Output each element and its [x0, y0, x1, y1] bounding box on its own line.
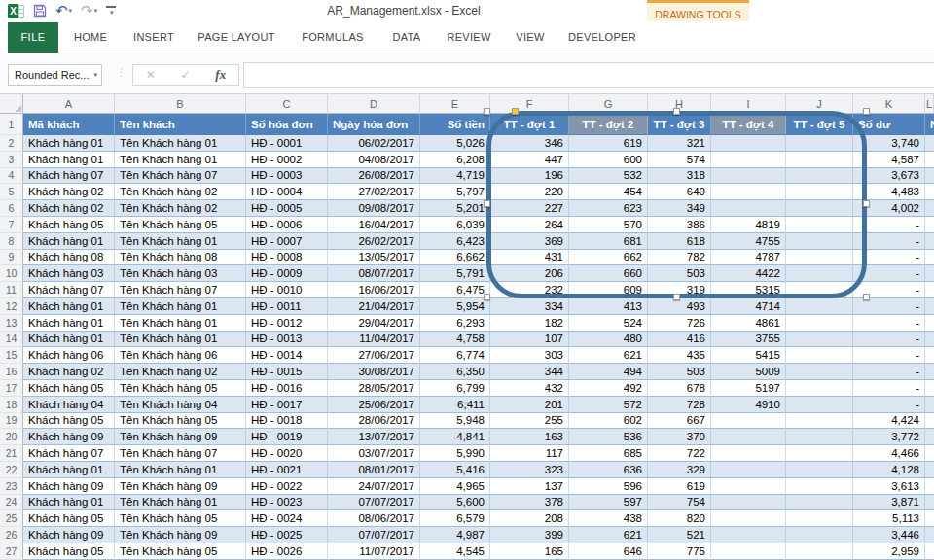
cell-L2[interactable] [925, 135, 934, 152]
cell-D22[interactable]: 08/01/2017 [328, 462, 420, 478]
cell-J16[interactable] [786, 364, 853, 380]
cell-C10[interactable]: HĐ - 0009 [246, 265, 328, 282]
row-header-23[interactable]: 23 [0, 478, 23, 495]
formula-bar-splitter[interactable]: ⋮ [116, 66, 127, 79]
cell-D18[interactable]: 25/06/2017 [328, 397, 420, 413]
header-cell[interactable]: Ngày hóa đơn [328, 114, 420, 135]
cell-L6[interactable] [925, 200, 934, 217]
cell-H25[interactable]: 820 [648, 510, 711, 527]
rounded-rectangle-shape[interactable] [486, 111, 867, 298]
cell-J13[interactable] [786, 315, 853, 332]
cell-C9[interactable]: HĐ - 0008 [246, 250, 328, 266]
cell-C8[interactable]: HĐ - 0007 [246, 233, 328, 250]
cell-D17[interactable]: 28/05/2017 [328, 380, 420, 397]
cell-K14[interactable]: - [853, 332, 925, 348]
row-header-22[interactable]: 22 [0, 462, 23, 478]
cell-A25[interactable]: Khách hàng 05 [23, 510, 115, 527]
header-cell[interactable]: Tên khách [115, 114, 246, 135]
cell-F12[interactable]: 334 [490, 298, 569, 315]
cell-G16[interactable]: 494 [569, 364, 648, 380]
cell-K12[interactable]: - [853, 298, 925, 315]
cell-G23[interactable]: 596 [569, 478, 648, 495]
row-header-9[interactable]: 9 [0, 250, 23, 266]
cell-B24[interactable]: Tên Khách hàng 01 [115, 495, 246, 511]
tab-insert[interactable]: INSERT [133, 21, 174, 52]
cell-L27[interactable] [925, 543, 934, 560]
cell-F24[interactable]: 378 [490, 495, 569, 511]
cell-G17[interactable]: 492 [569, 380, 648, 397]
cell-L19[interactable] [925, 413, 934, 430]
cell-I19[interactable] [711, 413, 786, 430]
cell-H26[interactable]: 521 [648, 527, 711, 543]
name-box[interactable]: Rounded Rec... ▾ [8, 64, 102, 86]
cell-D9[interactable]: 13/05/2017 [328, 250, 420, 266]
cell-K13[interactable]: - [853, 315, 925, 332]
cell-G25[interactable]: 438 [569, 510, 648, 527]
cell-B14[interactable]: Tên Khách hàng 01 [115, 332, 246, 348]
cell-E6[interactable]: 5,201 [420, 200, 490, 217]
cell-B26[interactable]: Tên Khách hàng 09 [115, 527, 246, 543]
cell-E2[interactable]: 5,026 [420, 135, 490, 152]
cell-D2[interactable]: 06/02/2017 [328, 135, 420, 152]
cell-B13[interactable]: Tên Khách hàng 01 [115, 315, 246, 332]
cell-D10[interactable]: 08/07/2017 [328, 265, 420, 282]
cell-J26[interactable] [786, 527, 853, 543]
cell-F19[interactable]: 255 [490, 413, 569, 430]
cell-B23[interactable]: Tên Khách hàng 09 [115, 478, 246, 495]
cell-E9[interactable]: 6,662 [420, 250, 490, 266]
cell-E17[interactable]: 6,799 [420, 380, 490, 397]
cell-H21[interactable]: 722 [648, 445, 711, 462]
cell-L21[interactable] [925, 445, 934, 462]
tab-developer[interactable]: DEVELOPER [568, 21, 636, 52]
cell-C15[interactable]: HĐ - 0014 [246, 347, 328, 364]
qat-customize-icon[interactable]: ▾ [106, 6, 116, 17]
cell-E20[interactable]: 4,841 [420, 429, 490, 445]
cell-C23[interactable]: HĐ - 0022 [246, 478, 328, 495]
cell-A4[interactable]: Khách hàng 07 [23, 168, 115, 185]
cell-J25[interactable] [786, 510, 853, 527]
cell-H16[interactable]: 503 [648, 364, 711, 380]
cell-A14[interactable]: Khách hàng 01 [23, 332, 115, 348]
redo-icon[interactable]: ↷▾ [81, 4, 97, 18]
select-all-button[interactable]: ◢ [0, 94, 23, 114]
row-header-5[interactable]: 5 [0, 184, 23, 200]
cell-B15[interactable]: Tên Khách hàng 06 [115, 347, 246, 364]
cell-E24[interactable]: 5,600 [420, 495, 490, 511]
cell-A10[interactable]: Khách hàng 03 [23, 265, 115, 282]
cell-J20[interactable] [786, 429, 853, 445]
cell-K18[interactable]: - [853, 397, 925, 413]
cell-J15[interactable] [786, 347, 853, 364]
row-header-24[interactable]: 24 [0, 495, 23, 511]
cell-D25[interactable]: 08/06/2017 [328, 510, 420, 527]
cell-G15[interactable]: 621 [569, 347, 648, 364]
cell-D4[interactable]: 26/08/2017 [328, 168, 420, 185]
cell-A2[interactable]: Khách hàng 01 [23, 135, 115, 152]
cell-A22[interactable]: Khách hàng 01 [23, 462, 115, 478]
cell-E13[interactable]: 6,293 [420, 315, 490, 332]
row-header-1[interactable]: 1 [0, 114, 23, 135]
cell-D12[interactable]: 21/04/2017 [328, 298, 420, 315]
cell-L22[interactable] [925, 462, 934, 478]
shape-resize-handle[interactable] [673, 108, 680, 115]
cell-I20[interactable] [711, 429, 786, 445]
shape-resize-handle[interactable] [863, 108, 870, 115]
cell-L7[interactable] [925, 217, 934, 233]
cell-I17[interactable]: 5197 [711, 380, 786, 397]
cell-C3[interactable]: HĐ - 0002 [246, 152, 328, 168]
cell-F21[interactable]: 117 [490, 445, 569, 462]
cell-H17[interactable]: 678 [648, 380, 711, 397]
cell-H13[interactable]: 726 [648, 315, 711, 332]
cell-L15[interactable] [925, 347, 934, 364]
cell-D21[interactable]: 03/07/2017 [328, 445, 420, 462]
formula-input[interactable] [243, 62, 934, 88]
cell-A11[interactable]: Khách hàng 07 [23, 282, 115, 298]
shape-resize-handle[interactable] [863, 294, 870, 300]
row-header-15[interactable]: 15 [0, 347, 23, 364]
cell-C19[interactable]: HĐ - 0018 [246, 413, 328, 430]
cell-E18[interactable]: 6,411 [420, 397, 490, 413]
cell-E12[interactable]: 5,954 [420, 298, 490, 315]
cell-C24[interactable]: HĐ - 0023 [246, 495, 328, 511]
cancel-icon[interactable]: ✕ [146, 68, 156, 82]
shape-resize-handle[interactable] [673, 294, 680, 300]
cell-E5[interactable]: 5,797 [420, 184, 490, 200]
